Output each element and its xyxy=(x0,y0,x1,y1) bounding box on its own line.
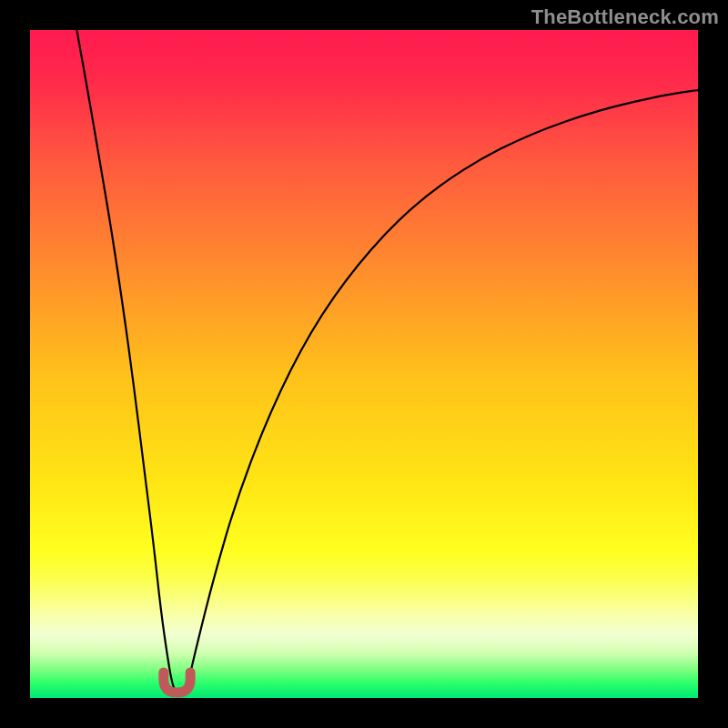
bottleneck-curve xyxy=(30,30,698,698)
notch-marker xyxy=(164,672,190,693)
outer-frame: TheBottleneck.com xyxy=(0,0,728,728)
watermark-text: TheBottleneck.com xyxy=(531,5,719,29)
plot-area xyxy=(30,30,698,698)
curve-path xyxy=(76,30,698,694)
